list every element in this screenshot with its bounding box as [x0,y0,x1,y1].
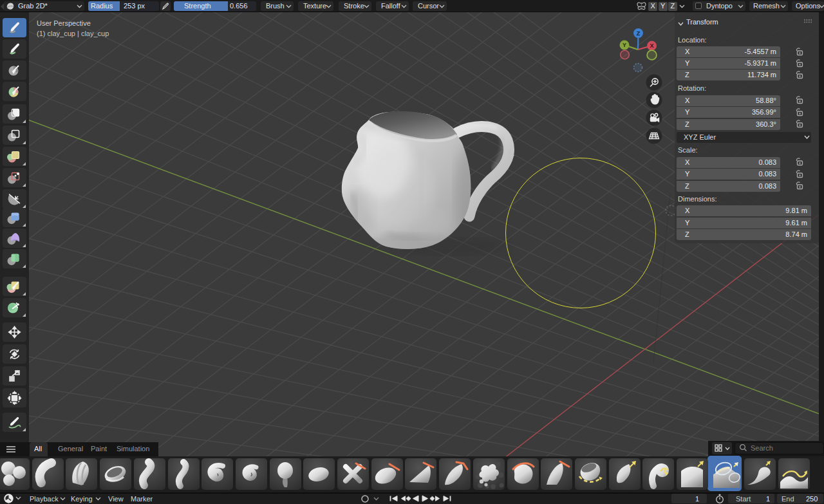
svg-text:Z: Z [637,30,641,37]
svg-text:Y: Y [623,42,626,48]
svg-text:X: X [650,42,653,49]
